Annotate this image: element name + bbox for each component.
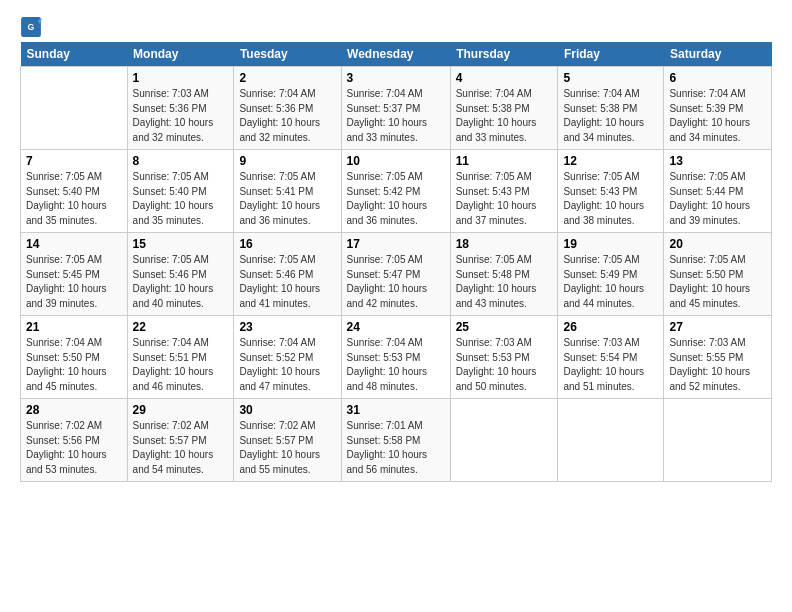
day-number: 15 xyxy=(133,237,229,251)
day-info: Sunrise: 7:04 AM Sunset: 5:38 PM Dayligh… xyxy=(563,87,658,145)
week-row-4: 21Sunrise: 7:04 AM Sunset: 5:50 PM Dayli… xyxy=(21,316,772,399)
day-cell: 11Sunrise: 7:05 AM Sunset: 5:43 PM Dayli… xyxy=(450,150,558,233)
day-info: Sunrise: 7:04 AM Sunset: 5:39 PM Dayligh… xyxy=(669,87,766,145)
day-cell: 7Sunrise: 7:05 AM Sunset: 5:40 PM Daylig… xyxy=(21,150,128,233)
day-cell: 1Sunrise: 7:03 AM Sunset: 5:36 PM Daylig… xyxy=(127,67,234,150)
week-row-1: 1Sunrise: 7:03 AM Sunset: 5:36 PM Daylig… xyxy=(21,67,772,150)
svg-text:G: G xyxy=(28,22,35,32)
day-number: 20 xyxy=(669,237,766,251)
header-cell-thursday: Thursday xyxy=(450,42,558,67)
header-cell-wednesday: Wednesday xyxy=(341,42,450,67)
day-info: Sunrise: 7:04 AM Sunset: 5:52 PM Dayligh… xyxy=(239,336,335,394)
day-info: Sunrise: 7:02 AM Sunset: 5:57 PM Dayligh… xyxy=(239,419,335,477)
day-info: Sunrise: 7:05 AM Sunset: 5:40 PM Dayligh… xyxy=(26,170,122,228)
day-cell: 15Sunrise: 7:05 AM Sunset: 5:46 PM Dayli… xyxy=(127,233,234,316)
day-info: Sunrise: 7:05 AM Sunset: 5:43 PM Dayligh… xyxy=(563,170,658,228)
day-info: Sunrise: 7:04 AM Sunset: 5:50 PM Dayligh… xyxy=(26,336,122,394)
day-cell: 5Sunrise: 7:04 AM Sunset: 5:38 PM Daylig… xyxy=(558,67,664,150)
day-info: Sunrise: 7:04 AM Sunset: 5:53 PM Dayligh… xyxy=(347,336,445,394)
day-cell: 27Sunrise: 7:03 AM Sunset: 5:55 PM Dayli… xyxy=(664,316,772,399)
day-info: Sunrise: 7:05 AM Sunset: 5:46 PM Dayligh… xyxy=(239,253,335,311)
day-cell: 3Sunrise: 7:04 AM Sunset: 5:37 PM Daylig… xyxy=(341,67,450,150)
day-info: Sunrise: 7:05 AM Sunset: 5:50 PM Dayligh… xyxy=(669,253,766,311)
day-cell: 6Sunrise: 7:04 AM Sunset: 5:39 PM Daylig… xyxy=(664,67,772,150)
day-number: 28 xyxy=(26,403,122,417)
day-cell: 25Sunrise: 7:03 AM Sunset: 5:53 PM Dayli… xyxy=(450,316,558,399)
day-cell: 21Sunrise: 7:04 AM Sunset: 5:50 PM Dayli… xyxy=(21,316,128,399)
day-cell: 18Sunrise: 7:05 AM Sunset: 5:48 PM Dayli… xyxy=(450,233,558,316)
day-number: 29 xyxy=(133,403,229,417)
day-info: Sunrise: 7:03 AM Sunset: 5:55 PM Dayligh… xyxy=(669,336,766,394)
day-info: Sunrise: 7:05 AM Sunset: 5:47 PM Dayligh… xyxy=(347,253,445,311)
day-number: 8 xyxy=(133,154,229,168)
page: G SundayMondayTuesdayWednesdayThursdayFr… xyxy=(0,0,792,612)
day-cell xyxy=(450,399,558,482)
day-cell: 23Sunrise: 7:04 AM Sunset: 5:52 PM Dayli… xyxy=(234,316,341,399)
day-info: Sunrise: 7:04 AM Sunset: 5:37 PM Dayligh… xyxy=(347,87,445,145)
day-number: 22 xyxy=(133,320,229,334)
calendar-header-row: SundayMondayTuesdayWednesdayThursdayFrid… xyxy=(21,42,772,67)
day-cell: 2Sunrise: 7:04 AM Sunset: 5:36 PM Daylig… xyxy=(234,67,341,150)
header: G xyxy=(20,16,772,38)
day-cell: 8Sunrise: 7:05 AM Sunset: 5:40 PM Daylig… xyxy=(127,150,234,233)
day-cell: 10Sunrise: 7:05 AM Sunset: 5:42 PM Dayli… xyxy=(341,150,450,233)
day-cell: 14Sunrise: 7:05 AM Sunset: 5:45 PM Dayli… xyxy=(21,233,128,316)
day-cell: 19Sunrise: 7:05 AM Sunset: 5:49 PM Dayli… xyxy=(558,233,664,316)
day-number: 21 xyxy=(26,320,122,334)
day-number: 11 xyxy=(456,154,553,168)
day-cell: 9Sunrise: 7:05 AM Sunset: 5:41 PM Daylig… xyxy=(234,150,341,233)
header-cell-monday: Monday xyxy=(127,42,234,67)
day-number: 10 xyxy=(347,154,445,168)
day-number: 19 xyxy=(563,237,658,251)
day-info: Sunrise: 7:05 AM Sunset: 5:42 PM Dayligh… xyxy=(347,170,445,228)
day-number: 9 xyxy=(239,154,335,168)
day-cell: 17Sunrise: 7:05 AM Sunset: 5:47 PM Dayli… xyxy=(341,233,450,316)
day-cell xyxy=(558,399,664,482)
logo: G xyxy=(20,16,46,38)
day-info: Sunrise: 7:02 AM Sunset: 5:56 PM Dayligh… xyxy=(26,419,122,477)
day-info: Sunrise: 7:03 AM Sunset: 5:54 PM Dayligh… xyxy=(563,336,658,394)
day-info: Sunrise: 7:05 AM Sunset: 5:40 PM Dayligh… xyxy=(133,170,229,228)
day-number: 23 xyxy=(239,320,335,334)
day-number: 31 xyxy=(347,403,445,417)
day-cell: 22Sunrise: 7:04 AM Sunset: 5:51 PM Dayli… xyxy=(127,316,234,399)
day-number: 12 xyxy=(563,154,658,168)
day-info: Sunrise: 7:05 AM Sunset: 5:44 PM Dayligh… xyxy=(669,170,766,228)
day-info: Sunrise: 7:04 AM Sunset: 5:51 PM Dayligh… xyxy=(133,336,229,394)
day-number: 17 xyxy=(347,237,445,251)
day-number: 30 xyxy=(239,403,335,417)
day-number: 3 xyxy=(347,71,445,85)
day-number: 7 xyxy=(26,154,122,168)
day-cell: 31Sunrise: 7:01 AM Sunset: 5:58 PM Dayli… xyxy=(341,399,450,482)
day-info: Sunrise: 7:05 AM Sunset: 5:41 PM Dayligh… xyxy=(239,170,335,228)
day-number: 27 xyxy=(669,320,766,334)
week-row-5: 28Sunrise: 7:02 AM Sunset: 5:56 PM Dayli… xyxy=(21,399,772,482)
day-cell: 30Sunrise: 7:02 AM Sunset: 5:57 PM Dayli… xyxy=(234,399,341,482)
day-cell: 24Sunrise: 7:04 AM Sunset: 5:53 PM Dayli… xyxy=(341,316,450,399)
day-cell: 29Sunrise: 7:02 AM Sunset: 5:57 PM Dayli… xyxy=(127,399,234,482)
week-row-2: 7Sunrise: 7:05 AM Sunset: 5:40 PM Daylig… xyxy=(21,150,772,233)
day-number: 5 xyxy=(563,71,658,85)
day-info: Sunrise: 7:02 AM Sunset: 5:57 PM Dayligh… xyxy=(133,419,229,477)
day-info: Sunrise: 7:03 AM Sunset: 5:53 PM Dayligh… xyxy=(456,336,553,394)
day-cell xyxy=(664,399,772,482)
day-info: Sunrise: 7:05 AM Sunset: 5:49 PM Dayligh… xyxy=(563,253,658,311)
day-info: Sunrise: 7:05 AM Sunset: 5:48 PM Dayligh… xyxy=(456,253,553,311)
day-number: 16 xyxy=(239,237,335,251)
header-cell-tuesday: Tuesday xyxy=(234,42,341,67)
day-info: Sunrise: 7:04 AM Sunset: 5:38 PM Dayligh… xyxy=(456,87,553,145)
day-cell: 13Sunrise: 7:05 AM Sunset: 5:44 PM Dayli… xyxy=(664,150,772,233)
day-info: Sunrise: 7:05 AM Sunset: 5:46 PM Dayligh… xyxy=(133,253,229,311)
day-cell: 4Sunrise: 7:04 AM Sunset: 5:38 PM Daylig… xyxy=(450,67,558,150)
day-number: 1 xyxy=(133,71,229,85)
day-info: Sunrise: 7:04 AM Sunset: 5:36 PM Dayligh… xyxy=(239,87,335,145)
day-number: 25 xyxy=(456,320,553,334)
day-cell: 26Sunrise: 7:03 AM Sunset: 5:54 PM Dayli… xyxy=(558,316,664,399)
day-number: 14 xyxy=(26,237,122,251)
day-number: 13 xyxy=(669,154,766,168)
calendar-table: SundayMondayTuesdayWednesdayThursdayFrid… xyxy=(20,42,772,482)
header-cell-saturday: Saturday xyxy=(664,42,772,67)
day-number: 26 xyxy=(563,320,658,334)
day-info: Sunrise: 7:05 AM Sunset: 5:43 PM Dayligh… xyxy=(456,170,553,228)
logo-icon: G xyxy=(20,16,42,38)
